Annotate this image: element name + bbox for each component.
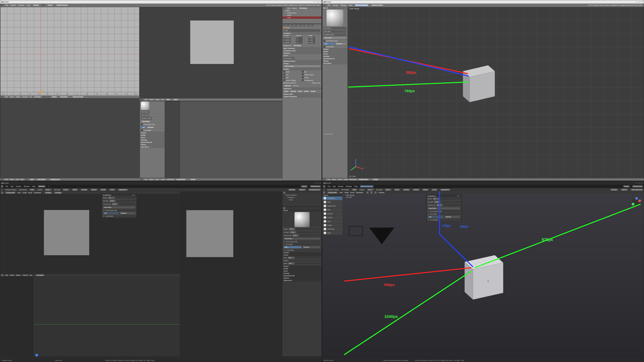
close-br[interactable]: × [642,182,643,184]
v3d-sculpt[interactable]: Sculpt [161,179,165,180]
np-alpha-bl[interactable]: 33% [288,262,295,265]
ol-search[interactable]: Search [292,7,297,9]
chk1[interactable] [302,70,304,72]
vs-tr[interactable]: Select [332,179,336,180]
s-str-tr[interactable]: Stroke [322,50,348,53]
graph-select[interactable]: Select [10,96,14,98]
tool-clay-br[interactable]: Clay [322,220,342,223]
mh-bl[interactable]: Help [32,186,36,187]
graph-marker[interactable]: Marker [16,96,20,98]
mode-br[interactable]: Sculpt Mode [327,191,338,194]
add-layout-icon[interactable] [42,4,44,6]
locx[interactable]: 0.00000 [284,36,291,39]
close-icon[interactable]: × [320,1,321,3]
hdr-cprops[interactable]: Custom Properties [282,95,322,98]
graph-filters[interactable]: Filters [51,96,58,98]
logo-bl[interactable] [1,185,3,188]
dup3[interactable]: Faces [303,90,310,92]
ge-icon-bl[interactable] [1,274,3,276]
uv-image[interactable]: Image [155,99,159,100]
ol-icon-bl[interactable] [283,192,286,194]
nav-gizmo-br[interactable] [630,196,642,208]
scly[interactable]: 1.000 [308,39,315,41]
np-acc-bl[interactable] [284,249,285,251]
br-dd-br[interactable]: Brush [394,189,400,191]
ol-rl[interactable]: RenderLayers [282,12,322,14]
hv-br[interactable]: View [340,192,343,193]
sub-tr[interactable]: Subtract [335,42,346,45]
node-bg[interactable]: Backgrounds [50,178,61,181]
viewport-3d-tr[interactable]: Brush Rad 35 px Str 1.000 Autosm 0.000 A… [322,7,644,181]
menu-file[interactable]: File [6,4,8,6]
fp-add-br[interactable]: Add [428,216,444,218]
outliner-icon[interactable] [283,7,286,9]
np-rad-bl[interactable]: 35 px [289,228,296,230]
v3d-view[interactable]: View [144,179,148,180]
genorm-bl[interactable]: Normalize [36,274,44,276]
min-bl[interactable]: — [314,182,316,184]
np-str-bl[interactable]: 0.500 [290,231,296,233]
np-mask-bl[interactable]: 33% [288,257,294,259]
str-tr[interactable]: Str 1.000 [323,30,346,33]
max-bl[interactable]: □ [317,182,318,184]
graph-editor-icon[interactable] [1,96,3,98]
chk6[interactable] [284,79,285,81]
mr-bl[interactable]: Render [16,186,21,187]
uv-new[interactable]: New [166,98,171,101]
mr-br[interactable]: Render [338,186,344,187]
crumb-cube[interactable]: Cube [286,27,290,28]
area-tr[interactable]: Area Plane [323,37,346,39]
opt-br[interactable]: Options [620,189,628,191]
scene-dropdown[interactable]: Scene [47,4,54,6]
pi8[interactable] [311,24,314,26]
mf-bl[interactable]: File [6,186,8,187]
view3d-icon[interactable] [140,178,143,181]
dup4[interactable]: Group [310,90,316,92]
uv-uvs[interactable]: UVs [161,99,164,100]
dyn-bl[interactable]: Dyntopo [288,189,296,191]
pi2[interactable] [287,24,290,26]
chk0[interactable] [284,70,285,72]
fp-front-br[interactable] [428,210,429,212]
minimize-icon[interactable]: — [314,1,316,3]
chk2[interactable] [284,73,285,75]
mf-tr[interactable]: File [328,4,330,6]
me-br[interactable]: Edit [333,186,336,187]
graph-mode[interactable]: F-Curve [34,96,42,98]
v3d-icon-br[interactable] [323,191,325,194]
v3d-mode[interactable]: Sculpt Mode [176,178,186,181]
fp-add-bl[interactable]: Add [103,212,119,214]
pi4[interactable] [295,24,298,26]
pi3[interactable] [291,24,294,26]
ol-c1-bl[interactable]: Collection 1 [282,196,322,199]
fp-area-bl[interactable]: Area Plane [103,206,136,209]
hb-br[interactable]: Brush [350,192,354,193]
np-brush-bl[interactable]: Brush [282,209,322,212]
node-editor-icon[interactable] [1,178,3,181]
graph-view[interactable]: View [5,96,8,98]
orient-tr[interactable]: Global [372,178,379,181]
mode-tr[interactable]: Sculpt Mode [358,178,369,181]
br-dd-bl[interactable]: Brush [72,189,78,191]
shade3-br[interactable] [374,191,377,194]
str-fld-br[interactable]: 0.500 [385,189,392,191]
cv-dd-bl[interactable]: Curve [109,189,116,191]
uv-editor-bl[interactable]: View Select Image Open Image [0,191,180,274]
dup2[interactable]: Verts [297,90,303,92]
np-fall-bl[interactable] [284,243,285,245]
viewport-3d-tl[interactable]: User Persp (1) Cube [165,101,282,101]
close-bl[interactable]: × [320,182,321,184]
ol-cube-bl[interactable]: Cube [282,199,322,201]
mh-tr[interactable]: Help [349,4,352,6]
vb-tr[interactable]: Brush [338,179,342,180]
sclx[interactable]: 1.000 [308,36,315,39]
add-group[interactable]: Add to Group [284,65,320,67]
ol-view[interactable]: View [287,7,290,9]
np-cv-bl[interactable]: Curve [282,270,322,272]
np-cur-bl[interactable]: Cursor [282,254,322,256]
hs-bl[interactable]: Sculpt [22,192,26,194]
hv-bl[interactable]: View [18,192,21,194]
menu-window[interactable]: Window [18,4,24,6]
me-bl[interactable]: Edit [10,186,14,187]
np-add-bl[interactable]: Add [284,246,302,248]
